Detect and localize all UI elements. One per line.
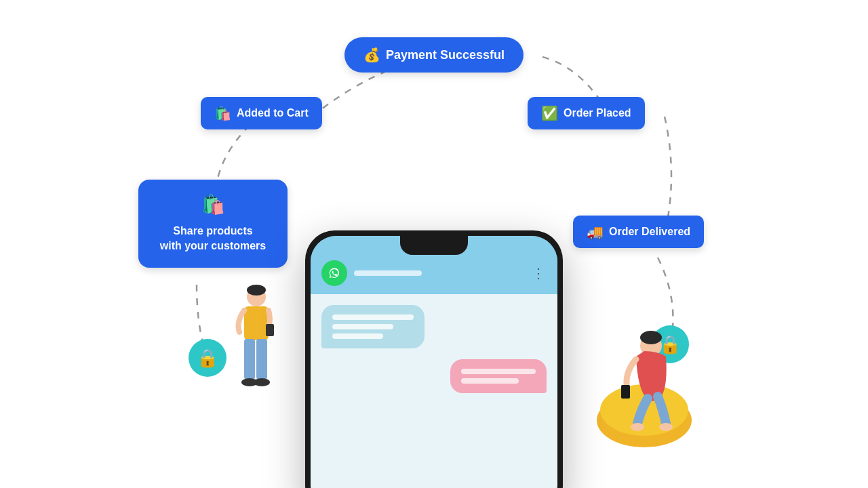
order-placed-badge: ✅ Order Placed <box>528 97 645 129</box>
delivered-badge: 🚚 Order Delivered <box>573 216 704 248</box>
svg-rect-4 <box>244 339 255 380</box>
svg-rect-5 <box>256 339 267 380</box>
phone-mockup: ⋮ <box>305 230 563 488</box>
cart-label: Added to Cart <box>237 107 309 119</box>
whatsapp-logo <box>321 260 347 286</box>
order-placed-label: Order Placed <box>564 107 631 119</box>
svg-rect-3 <box>266 324 274 336</box>
delivered-label: Order Delivered <box>609 226 690 238</box>
sent-bubble <box>450 359 547 393</box>
order-placed-icon: ✅ <box>541 105 558 121</box>
svg-rect-12 <box>621 385 630 399</box>
wa-menu-dots: ⋮ <box>532 265 547 281</box>
payment-label: Payment Successful <box>386 48 505 62</box>
bubble-line-2 <box>332 324 393 329</box>
wa-contact-name <box>354 270 422 276</box>
payment-icon: 💰 <box>363 47 380 63</box>
bubble-line-3 <box>332 333 383 339</box>
sent-line-1 <box>461 369 536 374</box>
svg-point-11 <box>640 331 662 344</box>
person-right <box>590 291 698 447</box>
svg-point-1 <box>247 285 266 296</box>
svg-point-14 <box>659 423 673 431</box>
chat-area <box>311 294 557 488</box>
wa-header-left <box>321 260 422 286</box>
received-bubble <box>321 305 425 348</box>
sent-line-2 <box>461 378 519 384</box>
person-left <box>229 285 283 420</box>
svg-point-13 <box>631 423 644 431</box>
bubble-line-1 <box>332 314 414 320</box>
cart-badge: 🛍️ Added to Cart <box>201 97 322 129</box>
payment-badge: 💰 Payment Successful <box>344 37 524 73</box>
share-icon: 🛍️ <box>201 193 225 216</box>
share-badge: 🛍️ Share products with your customers <box>138 180 288 268</box>
svg-point-7 <box>254 378 270 386</box>
delivered-icon: 🚚 <box>587 224 604 240</box>
share-label: Share products with your customers <box>160 224 266 254</box>
lock-left-icon: 🔒 <box>189 339 226 377</box>
wa-name-line <box>354 270 422 276</box>
main-scene: .dashed-arc { fill: none; stroke: #999; … <box>0 0 868 488</box>
cart-icon: 🛍️ <box>214 105 231 121</box>
phone-screen: ⋮ <box>311 236 557 488</box>
svg-rect-2 <box>244 306 269 340</box>
phone-notch <box>400 236 468 255</box>
